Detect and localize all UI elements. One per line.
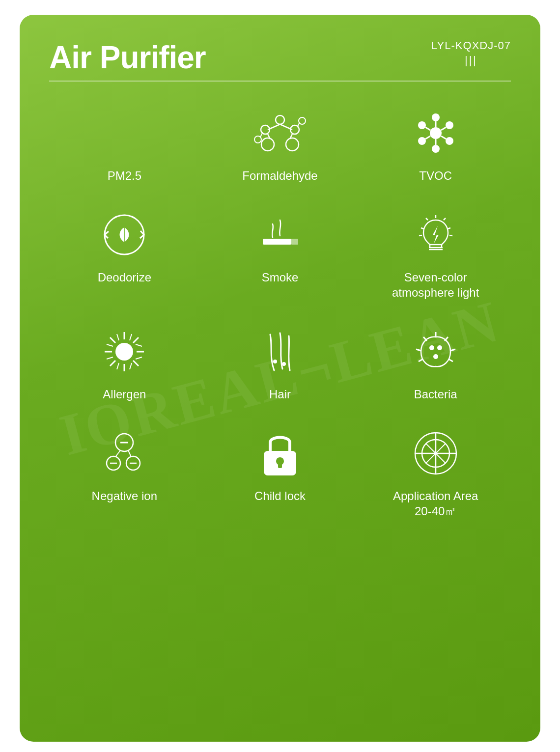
svg-line-61 — [136, 357, 142, 359]
svg-line-16 — [268, 124, 280, 130]
allergen-icon — [97, 325, 151, 379]
smoke-label: Smoke — [262, 270, 299, 285]
svg-point-23 — [432, 113, 440, 121]
svg-line-46 — [421, 228, 424, 229]
svg-line-64 — [117, 363, 119, 369]
feature-apparea: Application Area20-40㎡ — [360, 421, 511, 524]
hair-label: Hair — [269, 387, 291, 402]
feature-pm25: PM2.5 — [49, 101, 200, 188]
features-grid: PM2.5 — [49, 101, 511, 524]
apparea-icon — [409, 426, 463, 480]
svg-line-57 — [110, 361, 115, 366]
svg-line-33 — [425, 127, 430, 130]
svg-line-34 — [425, 136, 430, 139]
feature-hair: Hair — [205, 320, 356, 407]
svg-point-77 — [433, 354, 438, 359]
feature-sevencolor: Seven-coloratmosphere light — [360, 203, 511, 305]
svg-point-49 — [115, 343, 133, 361]
svg-point-66 — [273, 360, 277, 363]
model-bars: ||| — [431, 54, 511, 67]
tvoc-label: TVOC — [419, 168, 452, 183]
tvoc-icon — [409, 106, 463, 160]
bacteria-icon — [409, 325, 463, 379]
sevencolor-icon — [409, 208, 463, 262]
svg-point-8 — [135, 141, 143, 149]
svg-line-85 — [128, 450, 131, 457]
childlock-icon — [253, 426, 307, 480]
childlock-label: Child lock — [254, 488, 306, 503]
header-divider — [49, 81, 511, 82]
negativeion-label: Negative ion — [92, 488, 157, 503]
negativeion-icon — [97, 426, 151, 480]
svg-point-26 — [432, 145, 440, 153]
svg-point-0 — [106, 117, 113, 125]
svg-rect-36 — [263, 239, 291, 245]
feature-allergen: Allergen — [49, 320, 200, 407]
svg-line-47 — [449, 235, 452, 236]
svg-point-2 — [135, 117, 143, 125]
svg-line-60 — [107, 344, 113, 346]
svg-point-9 — [276, 115, 284, 124]
svg-line-59 — [130, 363, 132, 369]
deodorize-label: Deodorize — [98, 270, 151, 285]
svg-point-4 — [120, 129, 128, 137]
svg-line-55 — [133, 361, 139, 366]
svg-point-25 — [446, 137, 453, 145]
svg-rect-88 — [278, 462, 282, 468]
svg-rect-37 — [291, 239, 298, 245]
smoke-icon — [253, 208, 307, 262]
product-title: Air Purifier — [49, 39, 206, 76]
sevencolor-label: Seven-coloratmosphere light — [392, 270, 479, 300]
svg-point-76 — [437, 345, 442, 350]
svg-point-27 — [418, 137, 426, 145]
svg-point-12 — [261, 138, 274, 151]
model-number: LYL-KQXDJ-07 — [431, 39, 511, 52]
pm25-icon — [97, 106, 151, 160]
svg-line-72 — [419, 359, 423, 362]
svg-point-5 — [135, 129, 143, 137]
svg-line-56 — [133, 337, 139, 343]
formaldehyde-label: Formaldehyde — [242, 168, 317, 183]
svg-point-1 — [120, 117, 128, 125]
bacteria-label: Bacteria — [414, 387, 457, 402]
svg-line-70 — [450, 349, 455, 351]
allergen-label: Allergen — [103, 387, 146, 402]
header: Air Purifier LYL-KQXDJ-07 ||| — [49, 39, 511, 76]
svg-point-22 — [430, 127, 442, 139]
svg-line-84 — [115, 450, 120, 457]
apparea-label: Application Area20-40㎡ — [393, 488, 478, 519]
pm25-label: PM2.5 — [108, 168, 141, 183]
svg-point-3 — [106, 129, 113, 137]
model-block: LYL-KQXDJ-07 ||| — [431, 39, 511, 67]
svg-line-65 — [130, 334, 132, 340]
svg-point-24 — [446, 121, 453, 129]
feature-childlock: Child lock — [205, 421, 356, 524]
svg-line-44 — [426, 218, 428, 220]
svg-line-32 — [441, 136, 446, 139]
feature-bacteria: Bacteria — [360, 320, 511, 407]
feature-formaldehyde: Formaldehyde — [205, 101, 356, 188]
svg-line-71 — [448, 359, 453, 362]
svg-line-54 — [110, 337, 115, 343]
feature-negativeion: Negative ion — [49, 421, 200, 524]
product-card: Air Purifier LYL-KQXDJ-07 ||| — [20, 15, 540, 742]
svg-line-43 — [444, 218, 446, 220]
deodorize-icon — [97, 208, 151, 262]
svg-line-63 — [136, 344, 142, 346]
svg-line-17 — [280, 124, 292, 130]
feature-tvoc: TVOC — [360, 101, 511, 188]
svg-line-62 — [107, 357, 113, 359]
svg-point-13 — [286, 138, 299, 151]
svg-point-75 — [429, 345, 434, 350]
svg-line-58 — [117, 334, 119, 340]
svg-point-28 — [418, 121, 426, 129]
formaldehyde-icon — [253, 106, 307, 160]
hair-icon — [253, 325, 307, 379]
svg-line-31 — [441, 127, 446, 130]
svg-point-6 — [106, 141, 113, 149]
svg-point-14 — [254, 136, 261, 143]
svg-point-67 — [282, 362, 286, 366]
feature-deodorize: Deodorize — [49, 203, 200, 305]
svg-line-45 — [448, 228, 450, 229]
svg-line-48 — [419, 235, 422, 236]
